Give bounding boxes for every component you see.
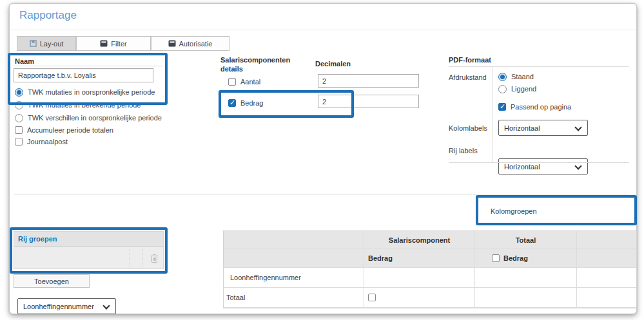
radio-twk-verschillen[interactable]: TWK verschillen in oorspronkelijke perio…	[15, 113, 162, 123]
trash-icon[interactable]	[150, 254, 159, 266]
checkbox-icon	[228, 99, 236, 107]
tab-filter[interactable]: Filter	[76, 36, 151, 51]
radio-twk-oorspronkelijke[interactable]: TWK mutaties in oorspronkelijke periode	[15, 87, 155, 97]
pdf-formaat-header: PDF-formaat	[449, 56, 491, 64]
radio-icon	[15, 114, 23, 122]
aantal-decimalen-input[interactable]	[318, 74, 419, 88]
subheader-empty	[577, 249, 636, 268]
radio-liggend[interactable]: Liggend	[498, 84, 536, 94]
naam-input[interactable]	[14, 68, 153, 82]
table-corner-cell	[224, 231, 364, 249]
subheader-empty	[224, 249, 364, 268]
row-totaal: Totaal	[224, 288, 364, 308]
chevron-down-icon	[102, 302, 110, 309]
decimalen-header: Decimalen	[315, 60, 351, 68]
tab-lay-out[interactable]: Lay-out	[17, 36, 76, 51]
totaal-row-checkbox[interactable]	[368, 294, 376, 301]
rij-groepen-select[interactable]: Loonheffingennummer	[17, 298, 116, 314]
rij-labels-label: Rij labels	[449, 147, 478, 155]
radio-icon	[498, 85, 507, 93]
naam-label: Naam	[15, 57, 34, 65]
tab-label: Autorisatie	[179, 40, 213, 48]
kolomgroepen-label: Kolomgroepen	[491, 207, 537, 215]
cell-empty	[475, 268, 577, 288]
preview-table: Salariscomponent Totaal Bedrag Bedrag Lo…	[223, 231, 637, 308]
cell-empty	[475, 288, 577, 308]
separator	[130, 249, 131, 267]
radio-icon	[15, 88, 23, 97]
checkbox-aantal[interactable]: Aantal	[228, 77, 260, 87]
toevoegen-button[interactable]: Toevoegen	[14, 274, 90, 288]
kolomlabels-select[interactable]: Horizontaal	[498, 120, 588, 136]
colgroup-empty	[577, 231, 636, 249]
checkbox-bedrag[interactable]: Bedrag	[228, 98, 263, 108]
checkbox-icon	[15, 126, 23, 134]
pdf-divider-top	[449, 66, 629, 67]
naam-underline	[14, 66, 163, 66]
pdf-label-divider	[492, 67, 493, 163]
cell-totaal-bedrag	[364, 288, 475, 308]
subheader-bedrag: Bedrag	[364, 249, 475, 268]
tray-icon	[168, 40, 176, 47]
checkbox-icon	[15, 138, 23, 146]
afdrukstand-label: Afdrukstand	[449, 73, 487, 81]
tab-autorisatie[interactable]: Autorisatie	[151, 36, 229, 51]
subheader-totaal-bedrag: Bedrag	[475, 249, 577, 268]
rij-groepen-header: Rij groepen	[14, 231, 164, 247]
section-divider	[14, 194, 629, 194]
colgroup-totaal: Totaal	[475, 231, 577, 249]
totaal-bedrag-checkbox[interactable]	[492, 254, 500, 262]
radio-icon	[498, 73, 507, 81]
salariscomponenten-header: Salariscomponenten details	[220, 55, 301, 74]
checkbox-icon	[498, 103, 506, 111]
rapportage-window: Rapportage Lay-out Filter Autorisatie Na…	[9, 3, 637, 314]
page-title: Rapportage	[19, 9, 77, 22]
title-divider	[10, 30, 636, 30]
checkbox-journaalpost[interactable]: Journaalpost	[15, 136, 68, 147]
checkbox-passend-op-pagina[interactable]: Passend op pagina	[498, 102, 571, 112]
cell-empty	[577, 288, 636, 308]
radio-twk-berekende[interactable]: TWK mutaties in berekende periode	[15, 100, 141, 110]
pdf-divider-bottom	[449, 162, 629, 163]
checkbox-accumuleer[interactable]: Accumuleer periode totalen	[15, 125, 113, 135]
layout-icon	[30, 40, 37, 47]
checkbox-icon	[228, 78, 236, 86]
chevron-down-icon	[574, 124, 581, 131]
cell-empty	[577, 268, 636, 288]
bedrag-decimalen-input[interactable]	[318, 95, 419, 108]
radio-icon	[15, 101, 23, 109]
separator	[142, 249, 143, 267]
kolomlabels-label: Kolomlabels	[449, 124, 487, 132]
cell-empty	[364, 268, 475, 288]
chevron-down-icon	[574, 162, 581, 169]
radio-staand[interactable]: Staand	[498, 71, 534, 82]
row-loonheffingennummer: Loonheffingennummer	[224, 268, 364, 288]
rij-labels-select[interactable]: Horizontaal	[498, 158, 588, 174]
colgroup-salariscomponent: Salariscomponent	[364, 231, 475, 249]
tray-icon	[100, 40, 108, 47]
tab-label: Filter	[111, 40, 126, 48]
tab-label: Lay-out	[40, 40, 64, 48]
